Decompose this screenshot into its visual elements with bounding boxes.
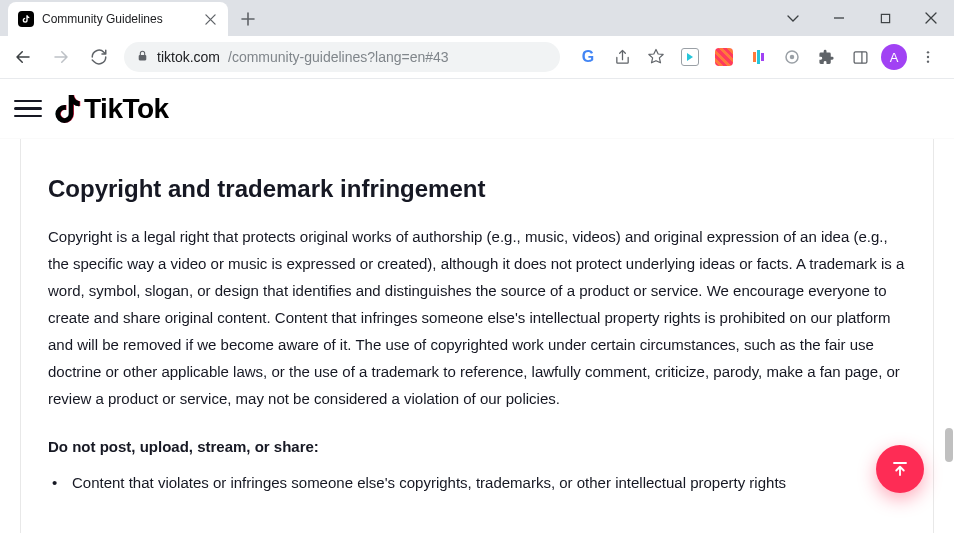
close-icon[interactable]	[202, 11, 218, 27]
scrollbar-thumb[interactable]	[945, 428, 953, 462]
bookmark-star-icon[interactable]	[642, 43, 670, 71]
maximize-button[interactable]	[862, 3, 908, 33]
extension-orange-icon[interactable]	[710, 43, 738, 71]
page-viewport: TikTok Copyright and trademark infringem…	[0, 79, 954, 533]
side-panel-icon[interactable]	[846, 43, 874, 71]
scroll-to-top-button[interactable]	[876, 445, 924, 493]
forward-button[interactable]	[44, 40, 78, 74]
minimize-button[interactable]	[816, 3, 862, 33]
svg-point-8	[927, 60, 929, 62]
tiktok-favicon	[18, 11, 34, 27]
avatar-letter: A	[881, 44, 907, 70]
profile-avatar[interactable]: A	[880, 43, 908, 71]
svg-rect-0	[881, 14, 889, 22]
back-button[interactable]	[6, 40, 40, 74]
tab-strip: Community Guidelines	[0, 2, 262, 36]
reload-button[interactable]	[82, 40, 116, 74]
svg-point-7	[927, 56, 929, 58]
extension-tray: G A	[568, 43, 948, 71]
svg-point-3	[790, 55, 795, 60]
lock-icon	[136, 49, 149, 65]
svg-rect-1	[139, 55, 147, 60]
article-content: Copyright and trademark infringement Cop…	[0, 139, 954, 533]
site-header: TikTok	[0, 79, 954, 139]
extension-circle-icon[interactable]	[778, 43, 806, 71]
url-path: /community-guidelines?lang=en#43	[228, 49, 449, 65]
browser-tab[interactable]: Community Guidelines	[8, 2, 228, 36]
close-window-button[interactable]	[908, 3, 954, 33]
hamburger-menu-icon[interactable]	[14, 95, 42, 123]
window-controls	[770, 0, 954, 36]
list-item: Content that violates or infringes someo…	[66, 469, 906, 496]
extensions-puzzle-icon[interactable]	[812, 43, 840, 71]
tiktok-logo[interactable]: TikTok	[54, 93, 169, 125]
share-icon[interactable]	[608, 43, 636, 71]
tab-title: Community Guidelines	[42, 12, 194, 26]
prohibition-intro: Do not post, upload, stream, or share:	[48, 438, 906, 455]
section-paragraph: Copyright is a legal right that protects…	[48, 223, 906, 412]
content-border-left	[20, 139, 21, 533]
extension-teal-icon[interactable]	[676, 43, 704, 71]
window-titlebar: Community Guidelines	[0, 0, 954, 36]
svg-point-6	[927, 51, 929, 53]
google-icon[interactable]: G	[574, 43, 602, 71]
brand-wordmark: TikTok	[84, 93, 169, 125]
new-tab-button[interactable]	[234, 5, 262, 33]
kebab-menu-icon[interactable]	[914, 43, 942, 71]
section-heading: Copyright and trademark infringement	[48, 175, 906, 203]
address-bar[interactable]: tiktok.com/community-guidelines?lang=en#…	[124, 42, 560, 72]
extension-bars-icon[interactable]	[744, 43, 772, 71]
url-host: tiktok.com	[157, 49, 220, 65]
content-border-right	[933, 139, 934, 533]
tiktok-note-icon	[54, 93, 82, 125]
browser-toolbar: tiktok.com/community-guidelines?lang=en#…	[0, 36, 954, 79]
prohibition-list: Content that violates or infringes someo…	[48, 469, 906, 496]
chevron-down-icon[interactable]	[770, 3, 816, 33]
svg-rect-4	[854, 51, 867, 62]
